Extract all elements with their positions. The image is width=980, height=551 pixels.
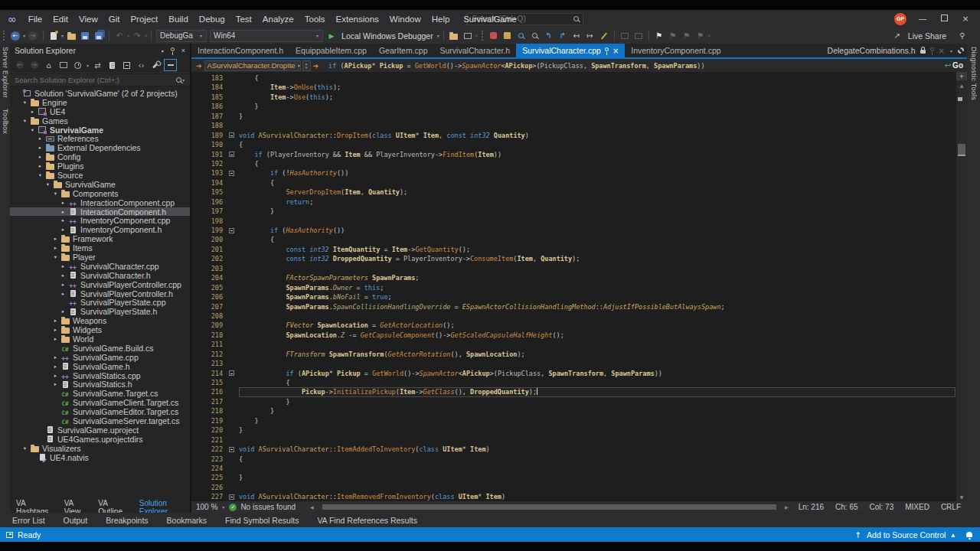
navigate-backward-button[interactable]: ← — [9, 29, 21, 42]
expander-icon[interactable]: ▸ — [51, 364, 60, 370]
tree-item-survivalplayerstate-h[interactable]: ▸SurvivalPlayerState.h — [10, 307, 190, 316]
tree-item-survivalgame-build-cs[interactable]: SurvivalGame.Build.cs — [10, 344, 190, 353]
expander-icon[interactable]: ▸ — [51, 327, 60, 333]
tree-item-survivalstatics-h[interactable]: ▸SurvivalStatics.h — [10, 380, 190, 390]
close-tab-icon[interactable]: × — [939, 47, 945, 55]
fold-collapse-icon[interactable] — [229, 494, 234, 500]
tree-item-interactioncomponent-cpp[interactable]: ▸InteractionComponent.cpp — [10, 198, 190, 207]
code-line-content[interactable]: { — [239, 378, 956, 387]
code-line-content[interactable]: { — [239, 159, 956, 168]
expander-icon[interactable]: ▸ — [59, 200, 67, 206]
solution-explorer-search-input[interactable] — [15, 76, 176, 84]
va-open-file-button[interactable] — [501, 29, 514, 42]
expander-icon[interactable]: ▸ — [59, 282, 67, 288]
split-window-handle[interactable]: + — [956, 72, 967, 80]
va-find-symbol-button[interactable] — [515, 29, 528, 42]
fold-collapse-icon[interactable] — [229, 228, 234, 233]
se-properties-button[interactable] — [149, 59, 162, 71]
se-pending-changes-filter-button[interactable] — [71, 59, 84, 71]
se-sync-with-active-document-button[interactable]: ⇄ — [91, 59, 104, 71]
previous-bookmark-button[interactable]: ⚑ — [667, 29, 679, 42]
code-line-content[interactable]: if (!HasAuthority()) — [239, 168, 956, 178]
context-splitter[interactable]: ▴▾ — [302, 60, 311, 71]
va-paste-history-button[interactable] — [598, 29, 610, 42]
tree-item-interactioncomponent-h[interactable]: ▸InteractionComponent.h — [10, 207, 190, 217]
context-code-preview[interactable]: if (APickup* Pickup = GetWorld()->SpawnA… — [328, 62, 704, 70]
tree-item-survivalgame-h[interactable]: ▸SurvivalGame.h — [10, 362, 190, 371]
editor-tab-interactioncomponent-h[interactable]: InteractionComponent.h — [191, 44, 289, 57]
parameter-info-button[interactable] — [632, 29, 645, 42]
share-session-icon[interactable]: ⚲ — [956, 29, 969, 42]
frame-tool-dropdown[interactable]: ▾ — [475, 33, 478, 38]
menu-build[interactable]: Build — [163, 15, 194, 24]
scroll-up-arrow[interactable]: ▲ — [956, 83, 967, 88]
zoom-dropdown-icon[interactable]: ▾ — [222, 504, 224, 510]
new-file-dropdown[interactable]: ▾ — [61, 33, 64, 38]
tree-item-survivalplayerstate-cpp[interactable]: SurvivalPlayerState.cpp — [10, 298, 190, 307]
go-button[interactable]: ↩ Go — [945, 61, 965, 70]
toggle-bookmark-button[interactable]: ⚑ — [653, 29, 665, 42]
toolbar-grip[interactable] — [3, 31, 5, 41]
account-avatar[interactable]: GP — [894, 13, 906, 25]
tree-item-survivalplayercontroller-h[interactable]: ▸SurvivalPlayerController.h — [10, 289, 190, 298]
preview-tab[interactable]: DelegateCombinations.h × ▾ — [825, 44, 967, 57]
tree-item-player[interactable]: ▾Player — [10, 253, 190, 262]
expander-icon[interactable]: ▸ — [36, 145, 44, 151]
panel-tab-bookmarks[interactable]: Bookmarks — [167, 516, 207, 525]
new-file-button[interactable] — [47, 29, 60, 42]
code-line-content[interactable]: } — [239, 473, 956, 482]
expander-icon[interactable]: ▸ — [28, 109, 37, 115]
scroll-down-arrow[interactable]: ▼ — [956, 494, 967, 500]
expander-icon[interactable]: ▾ — [36, 172, 44, 178]
tree-item-plugins[interactable]: ▸Plugins — [10, 161, 190, 171]
gear-icon[interactable] — [958, 47, 964, 54]
tree-item-world[interactable]: ▸World — [10, 334, 190, 344]
se-back-button[interactable]: ← — [13, 59, 26, 71]
va-refactor-button[interactable] — [488, 29, 500, 42]
se-preview-selected-items-button[interactable] — [164, 59, 177, 71]
panel-tab-find-symbol-results[interactable]: Find Symbol Results — [225, 516, 299, 525]
code-line-content[interactable]: { — [239, 140, 956, 149]
se-home-button[interactable]: ⌂ — [42, 59, 55, 71]
expander-icon[interactable]: ▾ — [21, 99, 29, 106]
tree-item-survivalgameeditor-target-cs[interactable]: SurvivalGameEditor.Target.cs — [10, 407, 190, 416]
code-line-content[interactable] — [239, 311, 956, 321]
code-line-content[interactable]: SpawnParams.SpawnCollisionHandlingOverri… — [239, 302, 956, 311]
editor-tab-inventorycomponent-cpp[interactable]: InventoryComponent.cpp — [625, 44, 727, 57]
source-control-dropdown[interactable]: ▲ — [951, 532, 955, 537]
fold-collapse-icon[interactable] — [229, 447, 234, 452]
tool-tab-toolbox[interactable]: Toolbox — [2, 109, 9, 134]
expander-icon[interactable]: ▸ — [36, 154, 44, 160]
code-line-content[interactable]: void ASurvivalCharacter::ItemAddedToInve… — [239, 445, 956, 454]
expander-icon[interactable]: ▸ — [51, 236, 60, 242]
menu-edit[interactable]: Edit — [47, 15, 74, 24]
tree-item-ue4[interactable]: ▸UE4 — [10, 107, 190, 116]
list-members-button[interactable] — [619, 29, 631, 42]
code-line-content[interactable]: } — [239, 112, 956, 121]
code-line-content[interactable]: if (PlayerInventory && Item && PlayerInv… — [239, 150, 956, 159]
window-position-dropdown[interactable]: ▾ — [162, 48, 164, 54]
close-panel-button[interactable]: × — [181, 47, 185, 54]
tree-item-framework[interactable]: ▸Framework — [10, 234, 190, 243]
va-goto-implementation-button[interactable]: ↱ — [557, 29, 569, 42]
tree-item-components[interactable]: ▾Components — [10, 189, 190, 198]
menu-analyze[interactable]: Analyze — [257, 15, 299, 24]
code-line-content[interactable]: SpawnParams.Owner = this; — [239, 283, 956, 292]
debug-target-dropdown[interactable]: ▾ — [437, 33, 439, 38]
expander-icon[interactable]: ▸ — [59, 291, 67, 297]
solution-configuration-dropdown[interactable]: DebugGa ▾ — [156, 30, 207, 42]
tree-item-survivalplayercontroller-cpp[interactable]: ▸SurvivalPlayerController.cpp — [10, 280, 190, 289]
expander-icon[interactable]: ▸ — [59, 263, 67, 269]
undo-button[interactable]: ↶ — [113, 29, 126, 42]
expander-icon[interactable]: ▾ — [44, 181, 52, 187]
expander-icon[interactable]: ▸ — [51, 373, 60, 379]
code-line-content[interactable]: FVector SpawnLocation = GetActorLocation… — [239, 321, 956, 330]
menu-project[interactable]: Project — [125, 15, 163, 24]
code-line-content[interactable]: } — [239, 102, 956, 111]
expander-icon[interactable]: ▾ — [21, 445, 29, 452]
code-line-content[interactable]: FActorSpawnParameters SpawnParams; — [239, 273, 956, 282]
se-collapse-all-button[interactable] — [120, 59, 133, 71]
menu-help[interactable]: Help — [426, 15, 456, 24]
solution-explorer-search-box[interactable]: ▾ — [10, 73, 190, 86]
menu-tools[interactable]: Tools — [299, 15, 331, 24]
